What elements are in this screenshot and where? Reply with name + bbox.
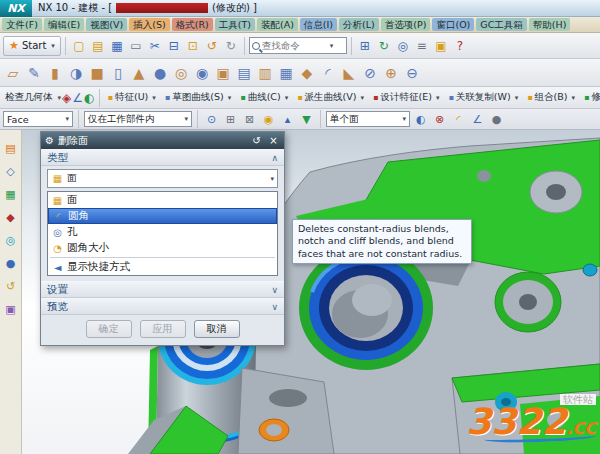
ok-button[interactable]: 确定	[86, 320, 132, 338]
assembly-navigator-icon[interactable]: ▤	[3, 140, 19, 156]
apply-button[interactable]: 应用	[140, 320, 186, 338]
command-finder[interactable]: ▾	[249, 37, 347, 54]
edge-blend-icon[interactable]: ◜	[318, 63, 338, 83]
dialog-titlebar[interactable]: ⚙ 删除面 ↺ ×	[41, 132, 284, 149]
measure-angle-icon[interactable]: ∠	[72, 89, 83, 107]
follow-fillet-icon[interactable]: ◜	[450, 111, 467, 128]
angle-tolerance-icon[interactable]: ∠	[469, 111, 486, 128]
refresh-view-icon[interactable]: ↻	[375, 37, 393, 55]
window-icon[interactable]: ⊞	[356, 37, 374, 55]
datum-plane-icon[interactable]: ▱	[3, 63, 23, 83]
hd3d-tools-icon[interactable]: ◎	[3, 232, 19, 248]
cut-icon[interactable]: ✂	[146, 37, 164, 55]
menu-item[interactable]: 帮助(H)	[529, 18, 571, 31]
menu-item[interactable]: 文件(F)	[2, 18, 42, 31]
menu-item[interactable]: 装配(A)	[257, 18, 298, 31]
section-type-header[interactable]: 类型 ∧	[41, 149, 284, 166]
chevron-down-icon[interactable]: ▾	[270, 175, 274, 183]
shaded-view-icon[interactable]: ●	[488, 111, 505, 128]
menu-item[interactable]: GC工具箱	[476, 18, 527, 31]
group-sketch-curves[interactable]: ▪ 草图曲线(S) ▾	[161, 91, 235, 104]
shell-icon[interactable]: ▦	[276, 63, 296, 83]
sketch-icon[interactable]: ✎	[24, 63, 44, 83]
group-combine[interactable]: ▪ 组合(B) ▾	[523, 91, 579, 104]
menu-item[interactable]: 首选项(P)	[381, 18, 431, 31]
start-button[interactable]: ★ Start ▾	[3, 36, 61, 56]
subtract-icon[interactable]: ⊖	[402, 63, 422, 83]
draft-icon[interactable]: ◣	[339, 63, 359, 83]
revolve-icon[interactable]: ◑	[66, 63, 86, 83]
group-derived-curves[interactable]: ▪ 派生曲线(V) ▾	[293, 91, 368, 104]
dialog-close-button[interactable]: ×	[267, 135, 280, 146]
reuse-library-icon[interactable]: ◆	[3, 209, 19, 225]
menu-item[interactable]: 视图(V)	[86, 18, 127, 31]
command-finder-input[interactable]	[262, 40, 326, 51]
type-filter-combo[interactable]: Face ▾	[3, 111, 73, 127]
chevron-down-icon[interactable]: ▾	[402, 115, 406, 123]
stop-at-intersection-icon[interactable]: ⊗	[431, 111, 448, 128]
constraint-navigator-icon[interactable]: ◇	[3, 163, 19, 179]
show-shortcuts-option[interactable]: ◄ 显示快捷方式	[48, 259, 277, 275]
snap-point-icon[interactable]: ⊙	[203, 111, 220, 128]
group-curves[interactable]: ▪ 曲线(C) ▾	[236, 91, 292, 104]
new-file-icon[interactable]: ▢	[70, 37, 88, 55]
option-blend-size[interactable]: ◔ 圆角大小	[48, 240, 277, 256]
general-filter-icon[interactable]: ▼	[298, 111, 315, 128]
section-preview-header[interactable]: 预览 ∨	[41, 298, 284, 315]
examine-geometry-icon[interactable]: ◈	[62, 89, 71, 107]
unite-icon[interactable]: ⊕	[381, 63, 401, 83]
group-associative-copy[interactable]: ▪ 关联复制(W) ▾	[444, 91, 522, 104]
extrude-icon[interactable]: ▮	[45, 63, 65, 83]
top-selection-icon[interactable]: ▴	[279, 111, 296, 128]
group-trim[interactable]: ▪ 修剪(T) ▾	[580, 91, 600, 104]
part-navigator-icon[interactable]: ▦	[3, 186, 19, 202]
section-settings-header[interactable]: 设置 ∨	[41, 281, 284, 298]
menu-item[interactable]: 工具(T)	[215, 18, 255, 31]
cone-icon[interactable]: ▲	[129, 63, 149, 83]
option-hole[interactable]: ◎ 孔	[48, 224, 277, 240]
roles-icon[interactable]: ▣	[3, 301, 19, 317]
pad-icon[interactable]: ▤	[234, 63, 254, 83]
type-combo[interactable]: ▦ 面 ▾	[47, 169, 278, 188]
save-icon[interactable]: ▦	[108, 37, 126, 55]
menu-item[interactable]: 窗口(O)	[432, 18, 474, 31]
touch-mode-icon[interactable]: ▣	[432, 37, 450, 55]
menu-item[interactable]: 插入(S)	[129, 18, 169, 31]
option-face[interactable]: ▦ 面	[48, 192, 277, 208]
select-all-icon[interactable]: ⊞	[222, 111, 239, 128]
undo-icon[interactable]: ↺	[203, 37, 221, 55]
deselect-all-icon[interactable]: ⊠	[241, 111, 258, 128]
option-blend[interactable]: ◜ 圆角	[48, 208, 277, 224]
fit-view-icon[interactable]: ◎	[394, 37, 412, 55]
cancel-button[interactable]: 取消	[194, 320, 240, 338]
examine-geometry-label[interactable]: 检查几何体	[3, 91, 55, 104]
menu-item[interactable]: 信息(I)	[300, 18, 337, 31]
sphere-icon[interactable]: ●	[150, 63, 170, 83]
section-view-icon[interactable]: ◐	[84, 89, 94, 107]
dialog-reset-button[interactable]: ↺	[250, 135, 263, 146]
block-icon[interactable]: ■	[87, 63, 107, 83]
selection-scope-combo[interactable]: 仅在工作部件内 ▾	[84, 111, 192, 127]
help-icon[interactable]: ?	[451, 37, 469, 55]
chevron-down-icon[interactable]: ▾	[58, 94, 62, 102]
group-features[interactable]: ▪ 特征(U) ▾	[104, 91, 160, 104]
face-rule-icon[interactable]: ◐	[412, 111, 429, 128]
cylinder-icon[interactable]: ▯	[108, 63, 128, 83]
chamfer-icon[interactable]: ◆	[297, 63, 317, 83]
highlight-icon[interactable]: ◉	[260, 111, 277, 128]
web-browser-icon[interactable]: ●	[3, 255, 19, 271]
chevron-down-icon[interactable]: ▾	[184, 115, 188, 123]
open-icon[interactable]: ▤	[89, 37, 107, 55]
menu-item[interactable]: 编辑(E)	[44, 18, 84, 31]
redo-icon[interactable]: ↻	[222, 37, 240, 55]
print-icon[interactable]: ▭	[127, 37, 145, 55]
pocket-icon[interactable]: ▣	[213, 63, 233, 83]
face-rule-combo[interactable]: 单个面 ▾	[326, 111, 410, 127]
menu-item[interactable]: 格式(R)	[172, 18, 213, 31]
paste-icon[interactable]: ⊡	[184, 37, 202, 55]
chevron-down-icon[interactable]: ▾	[65, 115, 69, 123]
history-icon[interactable]: ↺	[3, 278, 19, 294]
copy-icon[interactable]: ⊟	[165, 37, 183, 55]
hole-icon[interactable]: ◎	[171, 63, 191, 83]
chevron-down-icon[interactable]: ▾	[330, 42, 334, 50]
